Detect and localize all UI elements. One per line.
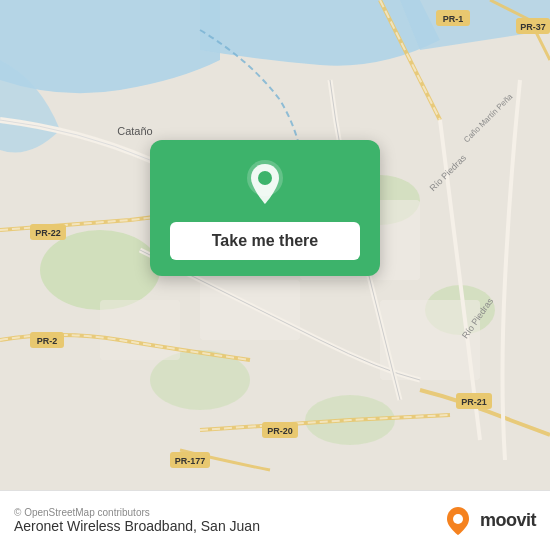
moovit-pin-icon	[442, 505, 474, 537]
svg-text:PR-2: PR-2	[37, 336, 58, 346]
svg-text:PR-1: PR-1	[443, 14, 464, 24]
take-me-there-button[interactable]: Take me there	[170, 222, 360, 260]
svg-text:Cataño: Cataño	[117, 125, 152, 137]
svg-point-1	[40, 230, 160, 310]
location-info: © OpenStreetMap contributors Aeronet Wir…	[14, 507, 260, 534]
moovit-logo: moovit	[442, 505, 536, 537]
bottom-bar: © OpenStreetMap contributors Aeronet Wir…	[0, 490, 550, 550]
svg-rect-9	[100, 300, 180, 360]
svg-text:PR-177: PR-177	[175, 456, 206, 466]
svg-text:PR-37: PR-37	[520, 22, 546, 32]
location-card: Take me there	[150, 140, 380, 276]
moovit-brand-text: moovit	[480, 510, 536, 531]
copyright-text: © OpenStreetMap contributors	[14, 507, 260, 518]
app-container: PR-1 PR-37 PR-22 PR-2 PR-2 PR-20 PR-21 P…	[0, 0, 550, 550]
svg-point-33	[453, 514, 463, 524]
svg-text:PR-21: PR-21	[461, 397, 487, 407]
location-pin-icon	[239, 158, 291, 210]
svg-point-32	[258, 171, 272, 185]
svg-text:PR-22: PR-22	[35, 228, 61, 238]
location-title: Aeronet Wireless Broadband, San Juan	[14, 518, 260, 534]
svg-text:PR-20: PR-20	[267, 426, 293, 436]
map-view: PR-1 PR-37 PR-22 PR-2 PR-2 PR-20 PR-21 P…	[0, 0, 550, 490]
